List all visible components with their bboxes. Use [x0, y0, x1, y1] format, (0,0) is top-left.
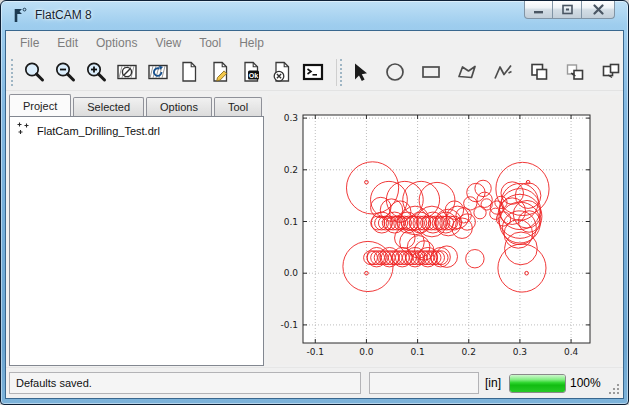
duplicate-geometry-icon[interactable] — [599, 60, 623, 84]
drill-object-icon — [16, 121, 31, 140]
ytick-label: 0.3 — [284, 113, 298, 123]
draw-rectangle-icon[interactable] — [419, 60, 443, 84]
toolbar: Ok — [6, 54, 623, 91]
status-message: Defaults saved. — [16, 377, 92, 389]
toolbar-separator — [336, 59, 337, 86]
progress-bar-fill — [510, 375, 565, 392]
flatcam-window: FlatCAM 8 FileEditOptionsViewToolHelp Ok… — [0, 0, 629, 405]
toolbar-drag-handle[interactable] — [11, 59, 15, 86]
delete-object-icon[interactable] — [270, 60, 294, 84]
xtick-label: 0.0 — [359, 347, 374, 357]
progress-percent-label: 100% — [570, 376, 601, 390]
close-button[interactable] — [582, 1, 615, 19]
zoom-out-icon[interactable] — [53, 60, 77, 84]
clear-plot-icon[interactable] — [115, 60, 139, 84]
tab-project[interactable]: Project — [9, 94, 71, 116]
caption-buttons — [524, 1, 615, 19]
menu-tool[interactable]: Tool — [190, 33, 230, 53]
tab-tool[interactable]: Tool — [214, 97, 262, 116]
xtick-label: 0.4 — [564, 347, 579, 357]
open-project-icon[interactable] — [208, 60, 232, 84]
project-tree[interactable]: FlatCam_Drilling_Test.drl — [9, 116, 264, 366]
toolbar-group-draw — [347, 60, 629, 84]
screenshot-stage: FlatCAM 8 FileEditOptionsViewToolHelp Ok… — [0, 0, 629, 405]
xtick-label: -0.1 — [306, 347, 324, 357]
maximize-button[interactable] — [553, 1, 582, 19]
title-bar[interactable]: FlatCAM 8 — [1, 1, 628, 30]
menu-view[interactable]: View — [146, 33, 190, 53]
ytick-label: 0.1 — [284, 217, 298, 227]
tab-bar: ProjectSelectedOptionsTool — [9, 94, 264, 116]
status-message-box: Defaults saved. — [9, 372, 361, 394]
save-project-icon[interactable]: Ok — [239, 60, 263, 84]
new-project-icon[interactable] — [177, 60, 201, 84]
menu-bar: FileEditOptionsViewToolHelp — [6, 31, 623, 54]
units-label: [in] — [485, 376, 501, 390]
client-area: FileEditOptionsViewToolHelp Ok ProjectSe… — [5, 30, 624, 399]
copy-objects-icon[interactable] — [527, 60, 551, 84]
select-arrow-icon[interactable] — [347, 60, 371, 84]
toolbar-group-file-zoom: Ok — [22, 60, 332, 84]
ytick-label: -0.1 — [280, 320, 298, 330]
minimize-button[interactable] — [524, 1, 553, 19]
tree-item-drl-object[interactable]: FlatCam_Drilling_Test.drl — [10, 117, 263, 142]
draw-polygon-icon[interactable] — [455, 60, 479, 84]
menu-help[interactable]: Help — [230, 33, 273, 53]
ytick-label: 0.0 — [284, 268, 299, 278]
resize-grip[interactable] — [607, 382, 620, 395]
copy-geometry-icon[interactable] — [563, 60, 587, 84]
shell-icon[interactable] — [301, 60, 325, 84]
tab-options[interactable]: Options — [146, 97, 212, 116]
status-bar: Defaults saved. [in] 100% — [6, 367, 623, 398]
status-aux-box — [369, 372, 479, 394]
xtick-label: 0.1 — [410, 347, 424, 357]
plot-figure[interactable]: -0.10.00.10.20.30.4-0.10.00.10.20.3 — [268, 95, 622, 365]
tab-selected[interactable]: Selected — [73, 97, 144, 116]
menu-options[interactable]: Options — [87, 33, 146, 53]
xtick-label: 0.3 — [513, 347, 527, 357]
svg-text:Ok: Ok — [249, 71, 259, 80]
plot-canvas[interactable]: -0.10.00.10.20.30.4-0.10.00.10.20.3 — [268, 95, 622, 365]
ytick-label: 0.2 — [284, 165, 298, 175]
xtick-label: 0.2 — [462, 347, 476, 357]
replot-icon[interactable] — [146, 60, 170, 84]
window-title: FlatCAM 8 — [35, 8, 92, 22]
axes-group: -0.10.00.10.20.30.4-0.10.00.10.20.3 — [280, 113, 590, 357]
draw-polyline-icon[interactable] — [491, 60, 515, 84]
tree-item-label: FlatCam_Drilling_Test.drl — [37, 125, 160, 137]
progress-bar — [509, 374, 566, 393]
app-logo-icon — [12, 7, 29, 24]
toolbar-drag-handle-2[interactable] — [340, 59, 344, 86]
draw-circle-icon[interactable] — [383, 60, 407, 84]
zoom-fit-icon[interactable] — [22, 60, 46, 84]
zoom-in-icon[interactable] — [84, 60, 108, 84]
menu-edit[interactable]: Edit — [48, 33, 87, 53]
menu-file[interactable]: File — [11, 33, 48, 53]
